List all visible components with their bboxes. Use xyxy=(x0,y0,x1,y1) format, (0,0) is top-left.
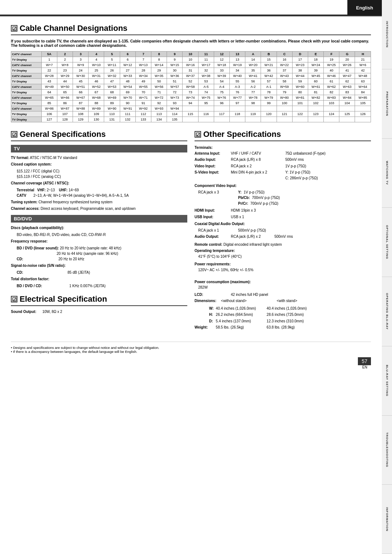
page-number: 57 xyxy=(358,357,371,365)
page-number-area: 57 xyxy=(11,357,371,365)
spec-audio-out: Audio Output: RCA jack (L/R) x 2 500mV r… xyxy=(195,234,371,240)
spec-coaxial: Coaxial Digital Audio Output: xyxy=(195,221,371,227)
sidebar-preparation: PREPARATION xyxy=(382,69,392,139)
tv-specs: TV format: ATSC / NTSC-M TV standard Clo… xyxy=(11,155,187,211)
sidebar-information: INFORMATION xyxy=(382,485,392,554)
spec-antenna: Antenna Input: VHF / UHF / CATV 75Ω unba… xyxy=(195,151,371,156)
general-specs-title: ☑ General Specifications xyxy=(11,130,187,141)
table-row: TV Display 127128129130131132133134135 xyxy=(11,117,371,122)
top-bar: English xyxy=(0,0,392,15)
sidebar-troubleshooting: TROUBLESHOOTING xyxy=(382,416,392,485)
spec-total-dist: Total distortion factor: xyxy=(11,277,187,282)
sidebar-optional-setting: OPTIONAL SETTING xyxy=(382,208,392,277)
table-row: CATV channel W+65W+66W+67W+68W+69W+70W+7… xyxy=(11,95,371,101)
spec-coaxial-detail: RCA jack x 1 500mV p-p (75Ω) xyxy=(195,228,371,233)
spec-remote: Remote control: Digital encoded infrared… xyxy=(195,242,371,248)
dimensions-table: W: 40.4 inches (1,026.0mm) 40.4 inches (… xyxy=(195,305,309,331)
footer-note-2: • If there is a discrepancy between lang… xyxy=(11,350,371,354)
table-row: H: 26.2 inches (664.5mm) 28.6 inches (72… xyxy=(195,311,309,318)
footer-note-1: • Designs and specifications are subject… xyxy=(11,346,371,350)
english-badge: English xyxy=(347,0,382,15)
en-label: EN xyxy=(11,365,371,369)
spec-freq: Frequency response: xyxy=(11,239,187,244)
specs-row: ☑ General Specifications TV TV format: A… xyxy=(11,130,371,331)
spec-channel-access: Channel access: Direct access keyboard, … xyxy=(11,206,187,211)
spec-audio-input: Audio Input: RCA jack (L/R) x 8 500mV rm… xyxy=(195,157,371,163)
other-specs-col: ☑ Other Specifications Terminals: Antenn… xyxy=(195,130,371,331)
spec-tv-format: TV format: ATSC / NTSC-M TV standard xyxy=(11,155,187,160)
table-row: Weight: 58.5 lbs. (26.5kg) 63.8 lbs. (28… xyxy=(195,324,309,331)
general-specs-col: ☑ General Specifications TV TV format: A… xyxy=(11,130,187,331)
checkmark-icon-4: ☑ xyxy=(195,131,201,138)
spec-closed-caption: Closed caption system: xyxy=(11,162,187,167)
terminals-label: Terminals: xyxy=(195,145,371,151)
other-specs-content: Terminals: Antenna Input: VHF / UHF / CA… xyxy=(195,145,371,331)
spec-usb: USB Input: USB x 1 xyxy=(195,214,371,220)
table-row: CATV channel W+28W+29W+30W+31W+32W+33W+3… xyxy=(11,73,371,79)
spec-power-req: Power requirements: 120V~ AC +/- 10%, 60… xyxy=(195,261,371,273)
sound-output-spec: Sound Output: 10W, 8Ω x 2 xyxy=(11,310,187,314)
table-row: TV Display 10610710810911011111211311411… xyxy=(11,111,371,117)
sidebar-operating-bluray: OPERATING BLU-RAY xyxy=(382,277,392,346)
tv-subsection-title: TV xyxy=(11,145,187,152)
table-row: CATV channel W+86W+87W+88W+89W+90W+91W+9… xyxy=(11,106,371,111)
spec-snr: Signal-to-noise ratio (S/N ratio): xyxy=(11,263,187,268)
checkmark-icon-2: ☑ xyxy=(11,131,17,138)
electrical-spec-section: ☑ Electrical Specification Sound Output:… xyxy=(11,294,187,314)
spec-dimensions: Dimensions: <without stand> <with stand> xyxy=(195,298,371,304)
main-content: ☑ Cable Channel Designations If you subs… xyxy=(0,16,382,376)
spec-operating-temp: Operating temperature: 41°F (5°C) to 104… xyxy=(195,248,371,259)
cable-channel-title: ☑ Cable Channel Designations xyxy=(11,24,371,35)
footer-notes: • Designs and specifications are subject… xyxy=(11,342,371,354)
cable-channel-section: ☑ Cable Channel Designations If you subs… xyxy=(11,24,371,122)
spec-lcd: LCD: 42 inches full HD panel xyxy=(195,292,371,298)
cable-intro-text: If you subscribe to cable TV, the channe… xyxy=(11,39,371,48)
table-row: TV Display 64656667686970717273747576777… xyxy=(11,90,371,95)
table-row: TV Display 43444546474849505152535455565… xyxy=(11,79,371,84)
checkmark-icon: ☑ xyxy=(11,25,17,32)
bddvd-specs: Discs (playback compatibility): BD-video… xyxy=(11,225,187,289)
table-row: TV Display 22232425262728293031323334353… xyxy=(11,68,371,73)
right-sidebar: INTRODUCTION PREPARATION WATCHING TV OPT… xyxy=(382,0,392,554)
table-row: CATV channel W+49W+50W+51W+52W+53W+54W+5… xyxy=(11,84,371,90)
spec-channel-coverage: Channel coverage (ATSC / NTSC): xyxy=(11,181,187,186)
catv-table: CATV channel 5A 2 3 4 5 6 7 8 9 10 11 12… xyxy=(11,51,371,122)
spec-component: Component Video Input: xyxy=(195,183,371,189)
table-row: D: 5.4 inches (137.0mm) 12.3 inches (310… xyxy=(195,318,309,325)
spec-power-cons: Power consumption (maximum): 282W xyxy=(195,279,371,290)
other-specs-title: ☑ Other Specifications xyxy=(195,130,371,141)
sidebar-bluray-setting: BLU-RAY SETTING xyxy=(382,346,392,416)
sidebar-watching-tv: WATCHING TV xyxy=(382,139,392,208)
spec-svideo: S-Video Input: Mini DIN 4-pin jack x 2 Y… xyxy=(195,170,371,181)
sidebar-introduction: INTRODUCTION xyxy=(382,0,392,69)
checkmark-icon-3: ☑ xyxy=(11,296,17,302)
spec-discs: Discs (playback compatibility): xyxy=(11,225,187,231)
table-row: TV Display 85868788899091929394959697989… xyxy=(11,101,371,106)
spec-component-detail: RCA jack x 3 Y: 1V p-p (75Ω) Pb/Cb: 700m… xyxy=(195,190,371,207)
spec-hdmi: HDMI Input: HDMI 19pin x 3 xyxy=(195,208,371,213)
bddvd-subsection-title: BD/DVD xyxy=(11,215,187,223)
spec-video-input: Video Input: RCA jack x 2 1V p-p (75Ω) xyxy=(195,163,371,169)
table-row: CATV channel 5A 2 3 4 5 6 7 8 9 10 11 12… xyxy=(11,52,371,57)
table-row: TV Display 12345678910111213141516171819… xyxy=(11,57,371,62)
table-row: W: 40.4 inches (1,026.0mm) 40.4 inches (… xyxy=(195,305,309,312)
electrical-spec-title: ☑ Electrical Specification xyxy=(11,294,187,306)
table-row: CATV channel W+7W+8W+9W+10W+11W+12W+13W+… xyxy=(11,62,371,68)
spec-tuning: Tuning system: Channel frequency synthes… xyxy=(11,200,187,205)
